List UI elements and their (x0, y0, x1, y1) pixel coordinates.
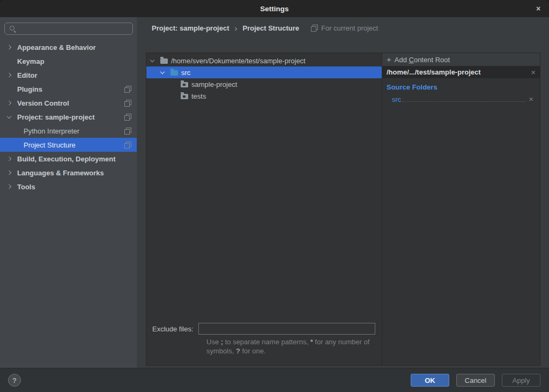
sidebar-item-editor[interactable]: Editor (0, 68, 137, 82)
sidebar-item-label: Keymap (17, 57, 44, 65)
sidebar-item-python-interpreter[interactable]: Python Interpreter (0, 124, 137, 138)
sidebar-item-label: Project Structure (24, 141, 76, 149)
exclude-files-label: Exclude files: (152, 325, 194, 333)
sidebar-list: Appearance & Behavior Keymap Editor Plug… (0, 40, 137, 194)
chevron-right-icon[interactable] (7, 101, 11, 105)
add-content-root-label: Add Content Root (395, 56, 450, 64)
dialog-title: Settings (260, 5, 288, 13)
shared-settings-icon (124, 114, 131, 121)
title-bar: Settings × (0, 0, 549, 17)
chevron-right-icon[interactable] (7, 45, 11, 49)
remove-content-root-icon[interactable]: × (531, 68, 536, 76)
plus-icon: + (387, 55, 391, 64)
source-folder-name: src (392, 95, 401, 103)
breadcrumb-project[interactable]: Project: sample-project (152, 24, 229, 32)
tree-row-src[interactable]: src (146, 66, 382, 78)
chevron-down-icon[interactable] (7, 114, 11, 118)
sidebar-item-label: Version Control (17, 99, 69, 107)
sidebar-item-label: Tools (17, 183, 35, 191)
settings-dialog: Settings × Appearance & Behavior Keymap … (0, 0, 549, 392)
content-root-entry[interactable]: /home/.../test/sample-project × (382, 66, 540, 78)
sidebar-item-build-execution-deployment[interactable]: Build, Execution, Deployment (0, 152, 137, 166)
chevron-right-icon[interactable] (7, 184, 11, 189)
for-current-project-icon (311, 25, 318, 32)
tree-row-sample-project[interactable]: sample-project (146, 78, 382, 90)
sidebar-item-label: Languages & Frameworks (17, 169, 104, 177)
ok-button[interactable]: OK (411, 374, 449, 387)
exclude-files-section: Exclude files: Use ; to separate name pa… (146, 323, 382, 365)
dialog-footer: ? OK Cancel Apply (0, 368, 549, 392)
content-root-path: /home/.../test/sample-project (387, 68, 531, 76)
sidebar-item-version-control[interactable]: Version Control (0, 96, 137, 110)
shared-settings-icon (124, 86, 131, 93)
chevron-right-icon[interactable] (7, 157, 11, 161)
help-button[interactable]: ? (8, 374, 21, 387)
apply-button[interactable]: Apply (502, 374, 540, 387)
tree-row-tests[interactable]: tests (146, 90, 382, 102)
tree-row-label: src (181, 69, 190, 77)
source-folder-icon (170, 70, 178, 76)
package-folder-icon (181, 82, 188, 87)
search-icon (9, 25, 16, 32)
cancel-button[interactable]: Cancel (456, 374, 495, 387)
breadcrumb-separator: › (235, 24, 238, 33)
sidebar-item-project-structure[interactable]: Project Structure (0, 138, 137, 152)
add-content-root-button[interactable]: + Add Content Root (382, 53, 540, 66)
sidebar-item-label: Python Interpreter (24, 127, 79, 135)
chevron-down-icon[interactable] (150, 57, 154, 62)
main-area: Project: sample-project › Project Struct… (137, 17, 549, 368)
exclude-files-hint: Use ; to separate name patterns, * for a… (206, 337, 385, 356)
shared-settings-icon (124, 142, 131, 149)
sidebar-item-project-sample-project[interactable]: Project: sample-project (0, 110, 137, 124)
shared-settings-icon (124, 128, 131, 135)
settings-sidebar: Appearance & Behavior Keymap Editor Plug… (0, 17, 137, 368)
dotted-leader (402, 101, 525, 102)
chevron-right-icon[interactable] (7, 73, 11, 77)
exclude-files-input[interactable] (198, 323, 375, 335)
sidebar-item-label: Appearance & Behavior (17, 43, 96, 51)
source-folders-heading: Source Folders (387, 83, 540, 91)
remove-source-folder-icon[interactable]: × (529, 95, 533, 103)
scope-note: For current project (311, 24, 378, 32)
directory-tree: /home/sven/Dokumente/test/sample-project… (146, 53, 382, 102)
dialog-buttons: OK Cancel Apply (411, 374, 540, 387)
chevron-down-icon[interactable] (160, 69, 165, 73)
sidebar-item-appearance-behavior[interactable]: Appearance & Behavior (0, 40, 137, 54)
sidebar-item-label: Editor (17, 71, 38, 79)
sidebar-item-plugins[interactable]: Plugins (0, 82, 137, 96)
page-title: Project Structure (243, 24, 299, 32)
settings-search-box[interactable] (4, 23, 133, 35)
breadcrumb: Project: sample-project › Project Struct… (152, 21, 540, 34)
tree-row-label: /home/sven/Dokumente/test/sample-project (171, 57, 306, 65)
sidebar-item-languages-frameworks[interactable]: Languages & Frameworks (0, 166, 137, 180)
content-roots-panel: + Add Content Root /home/.../test/sample… (382, 53, 540, 365)
chevron-right-icon[interactable] (7, 171, 11, 175)
search-input[interactable] (16, 25, 132, 33)
folder-icon (160, 58, 168, 64)
sidebar-item-keymap[interactable]: Keymap (0, 54, 137, 68)
shared-settings-icon (124, 100, 131, 107)
source-folder-entry[interactable]: src × (392, 95, 533, 103)
project-structure-panels: /home/sven/Dokumente/test/sample-project… (146, 53, 540, 366)
tree-row-label: sample-project (191, 80, 237, 88)
sidebar-item-tools[interactable]: Tools (0, 180, 137, 194)
tree-row-content-root[interactable]: /home/sven/Dokumente/test/sample-project (146, 55, 382, 66)
sidebar-item-label: Build, Execution, Deployment (17, 155, 115, 163)
close-icon[interactable]: × (533, 4, 543, 13)
tree-row-label: tests (191, 92, 206, 100)
package-folder-icon (181, 94, 188, 99)
sidebar-item-label: Project: sample-project (17, 113, 95, 121)
scope-note-label: For current project (321, 24, 378, 32)
content-root-tree-panel: /home/sven/Dokumente/test/sample-project… (146, 53, 382, 365)
sidebar-item-label: Plugins (17, 85, 42, 93)
